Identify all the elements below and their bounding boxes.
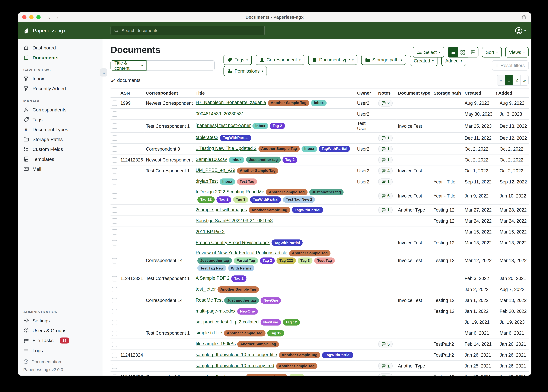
correspondent-cell[interactable]: Test Correspondent 1: [144, 328, 194, 338]
document-type-cell[interactable]: [397, 132, 432, 143]
tag-badge[interactable]: Partial Tag: [234, 257, 258, 264]
tag-badge[interactable]: Inbox: [252, 123, 268, 129]
storage-path-cell[interactable]: TestPath2: [432, 339, 463, 350]
document-type-cell[interactable]: [397, 143, 432, 154]
tag-badge[interactable]: TagWithPartial: [250, 196, 281, 203]
notes-button[interactable]: 4: [378, 373, 393, 376]
document-title-link[interactable]: 2sample-pdf-with-images: [196, 207, 247, 212]
tag-badge[interactable]: Another Sample Tag: [279, 352, 320, 358]
column-header-added[interactable]: ↑Added: [494, 89, 529, 98]
user-menu[interactable]: ▾: [515, 27, 526, 35]
document-type-cell[interactable]: [397, 339, 432, 350]
tag-badge[interactable]: Tag 3: [233, 196, 248, 203]
tag-badge[interactable]: TagWithPartial: [319, 146, 350, 152]
close-window-button[interactable]: [22, 15, 27, 19]
tag-badge[interactable]: Just another tag: [224, 297, 259, 304]
tag-badge[interactable]: Another Sample Tag: [249, 207, 290, 213]
sidebar-item-custom-fields[interactable]: Custom Fields: [18, 144, 102, 154]
document-title-link[interactable]: sample-pdf-download-10-mb-longer-title: [196, 352, 277, 357]
filter-text-input[interactable]: [147, 60, 215, 70]
correspondent-cell[interactable]: Correspondent 14: [144, 248, 194, 273]
row-checkbox[interactable]: [112, 157, 117, 162]
document-title-link[interactable]: French Country Bread Revised.docx: [196, 240, 270, 245]
row-checkbox[interactable]: [112, 298, 117, 303]
tag-badge[interactable]: Another Sample Tag: [238, 341, 279, 347]
zoom-window-button[interactable]: [36, 15, 41, 19]
correspondent-cell[interactable]: [144, 284, 194, 295]
page-1-button[interactable]: 1: [505, 75, 513, 85]
tag-badge[interactable]: Tag 2: [270, 123, 285, 129]
sidebar-item-correspondents[interactable]: Correspondents: [18, 105, 102, 115]
tag-badge[interactable]: Tag 12: [267, 330, 284, 336]
document-type-cell[interactable]: Invoice Test: [397, 187, 432, 204]
notes-button[interactable]: 1: [378, 146, 393, 152]
tag-badge[interactable]: Another Sample Tag: [246, 374, 288, 376]
tag-badge[interactable]: Another Sample Tag: [258, 146, 300, 152]
brand[interactable]: Paperless-ngx: [23, 28, 66, 34]
document-type-cell[interactable]: [397, 176, 432, 187]
tag-badge[interactable]: Test Tag New 2: [283, 196, 315, 203]
storage-path-cell[interactable]: [432, 360, 463, 371]
tag-badge[interactable]: Tag 222: [277, 257, 296, 264]
column-header-correspondent[interactable]: Correspondent: [144, 89, 194, 98]
column-header-owner[interactable]: Owner: [356, 89, 377, 98]
storage-path-cell[interactable]: Testing 12: [432, 295, 463, 306]
document-type-cell[interactable]: Invoice Test: [397, 248, 432, 273]
document-type-cell[interactable]: [397, 226, 432, 237]
document-type-cell[interactable]: [397, 154, 432, 165]
notes-button[interactable]: 1: [378, 363, 393, 369]
row-checkbox[interactable]: [112, 112, 117, 117]
tag-badge[interactable]: TagWithPartial: [271, 239, 303, 246]
document-type-cell[interactable]: Invoice Test: [397, 165, 432, 176]
document-title-link[interactable]: tablerates2: [196, 135, 218, 140]
document-title-link[interactable]: test_letter: [196, 286, 216, 292]
document-type-cell[interactable]: [397, 284, 432, 295]
correspondent-cell[interactable]: [144, 204, 194, 215]
column-header-title[interactable]: Title: [194, 89, 356, 98]
sidebar-item-file-tasks[interactable]: File Tasks16: [18, 336, 102, 346]
row-checkbox[interactable]: [112, 353, 117, 358]
row-checkbox[interactable]: [112, 168, 117, 174]
row-checkbox[interactable]: [112, 135, 117, 141]
sidebar-collapse-button[interactable]: «: [100, 68, 107, 77]
column-header-document-type[interactable]: Document type: [397, 89, 432, 98]
sidebar-item-dashboard[interactable]: Dashboard: [18, 43, 102, 53]
back-icon[interactable]: ‹: [48, 14, 50, 20]
sidebar-item-settings[interactable]: Settings: [18, 316, 102, 326]
filter-tags-button[interactable]: Tags▾: [224, 55, 252, 65]
tag-badge[interactable]: Just another tag: [197, 257, 232, 264]
view-grid-button[interactable]: [458, 47, 468, 57]
storage-path-cell[interactable]: Testing 12: [432, 371, 463, 376]
row-checkbox[interactable]: [112, 240, 117, 245]
row-checkbox[interactable]: [112, 208, 117, 213]
storage-path-cell[interactable]: [432, 284, 463, 295]
tag-badge[interactable]: Just another tag: [309, 189, 344, 195]
storage-path-cell[interactable]: [432, 143, 463, 154]
row-checkbox[interactable]: [112, 374, 117, 376]
tag-badge[interactable]: Test Tag: [237, 178, 257, 185]
tag-badge[interactable]: Another Sample Tag: [266, 189, 308, 195]
document-type-cell[interactable]: Invoice Test: [397, 119, 432, 132]
forward-icon[interactable]: ›: [57, 14, 58, 20]
document-type-cell[interactable]: Another Type: [397, 360, 432, 371]
tag-badge[interactable]: NewOne: [260, 319, 281, 326]
tag-badge[interactable]: NewOne: [260, 297, 281, 304]
document-title-link[interactable]: sat-practice-test-1_pt2-collated: [196, 319, 259, 324]
storage-path-cell[interactable]: [432, 226, 463, 237]
storage-path-cell[interactable]: Testing 12: [432, 215, 463, 226]
tag-badge[interactable]: Tag 2: [231, 275, 246, 282]
column-header-storage-path[interactable]: Storage path: [432, 89, 463, 98]
select-button[interactable]: Select ▾: [413, 47, 444, 57]
correspondent-cell[interactable]: [144, 108, 194, 119]
sidebar-item-logs[interactable]: Logs: [18, 346, 102, 356]
storage-path-cell[interactable]: [432, 154, 463, 165]
tag-badge[interactable]: Inbox: [220, 178, 235, 185]
correspondent-cell[interactable]: Correspondent 9: [144, 371, 194, 376]
row-checkbox[interactable]: [112, 276, 117, 281]
storage-path-cell[interactable]: Year - Title: [432, 176, 463, 187]
document-title-link[interactable]: sample-pdf-download-10-mb copy_red: [196, 363, 274, 368]
row-checkbox[interactable]: [112, 331, 117, 336]
correspondent-cell[interactable]: [144, 176, 194, 187]
tag-badge[interactable]: Inbox: [229, 157, 244, 163]
page-2-button[interactable]: 2: [513, 75, 520, 85]
